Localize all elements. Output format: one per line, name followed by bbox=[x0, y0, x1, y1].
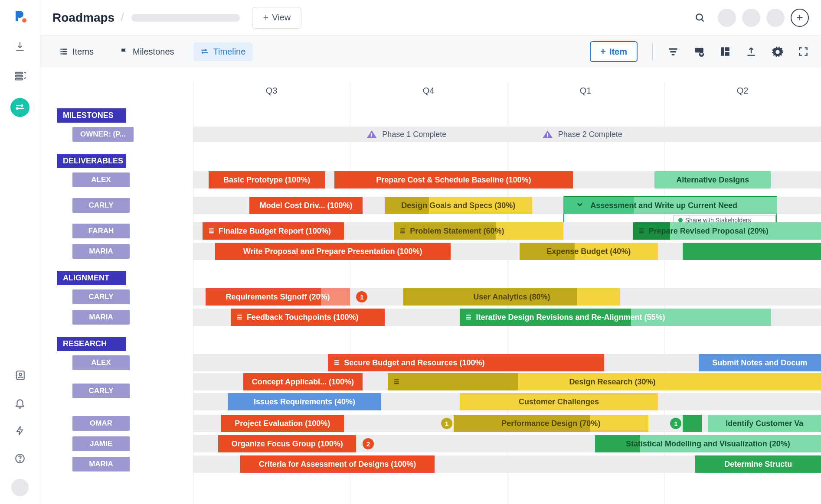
dependency-badge[interactable]: 1 bbox=[441, 418, 452, 429]
list-icon[interactable] bbox=[13, 68, 27, 83]
add-item-button[interactable]: + Item bbox=[590, 41, 638, 62]
svg-rect-33 bbox=[725, 47, 729, 51]
layout-icon[interactable] bbox=[720, 46, 731, 57]
group-header-deliverables[interactable]: DELIVERABLES bbox=[57, 154, 126, 168]
gantt-bar[interactable]: Design Goals and Specs (30%) bbox=[385, 197, 532, 214]
gantt-bar[interactable] bbox=[683, 415, 701, 432]
gantt-bar[interactable]: Concept Applicabl... (100%) bbox=[243, 373, 363, 390]
owner-chip[interactable]: OMAR bbox=[72, 416, 130, 431]
bell-icon[interactable] bbox=[13, 396, 27, 410]
svg-rect-2 bbox=[16, 75, 23, 77]
svg-point-9 bbox=[19, 373, 21, 375]
gantt-bar[interactable]: Performance Design (70%) bbox=[454, 415, 648, 432]
svg-point-6 bbox=[21, 105, 23, 106]
gantt-bar[interactable]: Issues Requirements (40%) bbox=[228, 393, 382, 410]
tab-timeline[interactable]: Timeline bbox=[193, 42, 253, 61]
svg-rect-30 bbox=[695, 48, 703, 52]
gantt-bar[interactable]: Determine Structu bbox=[695, 455, 821, 473]
owner-chip[interactable]: ALEX bbox=[72, 355, 130, 370]
breadcrumb-placeholder bbox=[131, 14, 240, 22]
gantt-bar[interactable]: Model Cost Driv... (100%) bbox=[249, 197, 363, 214]
gantt-bar[interactable]: Submit Notes and Docum bbox=[699, 354, 821, 371]
contacts-icon[interactable] bbox=[13, 368, 27, 383]
add-view-button[interactable]: + View bbox=[252, 7, 301, 29]
gantt-bar[interactable]: ☰Problem Statement (60%) bbox=[394, 222, 563, 240]
status-dot-icon bbox=[678, 218, 683, 222]
milestone-track: Phase 1 Complete Phase 2 Complete bbox=[193, 127, 821, 142]
gantt-bar[interactable]: Prepare Cost & Schedule Baseline (100%) bbox=[334, 171, 573, 189]
gantt-bar-selected[interactable]: Assessment and Write up Current Need bbox=[563, 197, 777, 214]
owner-chip[interactable]: CARLY bbox=[72, 289, 130, 304]
upload-icon[interactable] bbox=[746, 46, 757, 57]
gantt-bar[interactable]: ☰Iterative Design Revisions and Re-Align… bbox=[460, 309, 771, 326]
owner-chip[interactable]: CARLY bbox=[72, 384, 130, 398]
dependency-badge[interactable]: 1 bbox=[356, 291, 367, 302]
timeline-nav-icon[interactable] bbox=[10, 98, 29, 117]
filter-icon[interactable] bbox=[667, 46, 679, 57]
gantt-bar[interactable]: Statistical Modelling and Visualization … bbox=[595, 435, 821, 452]
download-icon[interactable] bbox=[13, 39, 27, 54]
owner-chip[interactable]: MARIA bbox=[72, 310, 130, 325]
gantt-bar[interactable]: ☰Design Research (30%) bbox=[388, 373, 821, 390]
svg-rect-28 bbox=[671, 51, 676, 52]
svg-rect-20 bbox=[62, 51, 67, 52]
chevron-down-icon[interactable] bbox=[576, 200, 584, 211]
fullscreen-icon[interactable] bbox=[798, 46, 809, 57]
collab-avatar[interactable] bbox=[766, 9, 785, 27]
owner-chip[interactable]: OWNER: (P... bbox=[72, 127, 134, 142]
svg-rect-17 bbox=[61, 49, 62, 50]
svg-point-14 bbox=[20, 461, 20, 462]
svg-rect-27 bbox=[669, 48, 677, 49]
owner-chip[interactable]: MARIA bbox=[72, 457, 130, 471]
bolt-icon[interactable] bbox=[13, 423, 27, 438]
gantt-bar[interactable]: Requirements Signoff (20%) bbox=[206, 288, 350, 306]
gantt-bar[interactable]: ☰Finalize Budget Report (100%) bbox=[203, 222, 344, 240]
svg-line-16 bbox=[701, 19, 703, 21]
owner-chip[interactable]: MARIA bbox=[72, 244, 130, 259]
gantt-bar[interactable]: Criteria for Assessment of Designs (100%… bbox=[240, 455, 435, 473]
top-bar: Roadmaps / + View + bbox=[40, 0, 821, 36]
user-avatar[interactable] bbox=[11, 479, 29, 496]
gantt-bar[interactable]: ☰Secure Budget and Resources (100%) bbox=[328, 354, 604, 371]
tab-milestones[interactable]: Milestones bbox=[113, 42, 181, 61]
collab-avatar[interactable] bbox=[742, 9, 760, 27]
stack-icon: ☰ bbox=[334, 359, 340, 366]
owner-chip[interactable]: FARAH bbox=[72, 224, 130, 238]
gantt-bar[interactable]: ☰Feedback Touchpoints (100%) bbox=[231, 309, 385, 326]
gantt-bar[interactable]: ☰Prepare Revised Proposal (20%) bbox=[633, 222, 821, 240]
owner-chip[interactable]: JAMIE bbox=[72, 436, 130, 451]
group-header-alignment[interactable]: ALIGNMENT bbox=[57, 271, 126, 285]
gantt-bar[interactable]: User Analytics (80%) bbox=[403, 288, 620, 306]
search-icon[interactable] bbox=[694, 12, 706, 23]
quarter-col: Q3 bbox=[193, 84, 350, 102]
help-icon[interactable] bbox=[13, 451, 27, 466]
stack-icon: ☰ bbox=[639, 228, 644, 234]
dependency-badge[interactable]: 2 bbox=[363, 438, 374, 449]
gantt-bar[interactable]: Alternative Designs bbox=[654, 171, 771, 189]
stack-icon: ☰ bbox=[237, 314, 242, 321]
gantt-bar[interactable]: Expense Budget (40%) bbox=[520, 243, 658, 260]
milestone-marker[interactable]: Phase 2 Complete bbox=[542, 127, 622, 142]
gantt-bar[interactable]: Organize Focus Group (100%) bbox=[218, 435, 357, 452]
milestone-marker[interactable]: Phase 1 Complete bbox=[366, 127, 446, 142]
gear-icon[interactable] bbox=[772, 46, 783, 57]
gantt-bar[interactable]: Project Evaluation (100%) bbox=[221, 415, 343, 432]
timeline-canvas[interactable]: Q3 Q4 Q1 Q2 MILESTONES OWNER: (P... Phas… bbox=[40, 68, 821, 504]
app-logo bbox=[12, 8, 28, 24]
gantt-bar[interactable]: Basic Prototype (100%) bbox=[209, 171, 325, 189]
gantt-bar[interactable]: Customer Challenges bbox=[460, 393, 657, 410]
group-header-research[interactable]: RESEARCH bbox=[57, 337, 126, 351]
gantt-bar[interactable] bbox=[683, 243, 821, 260]
collab-avatar[interactable] bbox=[718, 9, 736, 27]
gantt-bar[interactable]: Write Proposal and Prepare Presentation … bbox=[215, 243, 451, 260]
dependency-badge[interactable]: 1 bbox=[670, 418, 681, 429]
owner-chip[interactable]: CARLY bbox=[72, 198, 130, 213]
group-header-milestones[interactable]: MILESTONES bbox=[57, 108, 126, 123]
owner-chip[interactable]: ALEX bbox=[72, 172, 130, 187]
gantt-bar[interactable]: Identify Customer Va bbox=[708, 415, 821, 432]
stack-icon: ☰ bbox=[394, 378, 399, 385]
link-icon[interactable] bbox=[693, 46, 705, 57]
add-collab-button[interactable]: + bbox=[791, 9, 809, 27]
views-bar: Items Milestones Timeline + Item bbox=[40, 36, 821, 68]
tab-items[interactable]: Items bbox=[52, 42, 101, 61]
